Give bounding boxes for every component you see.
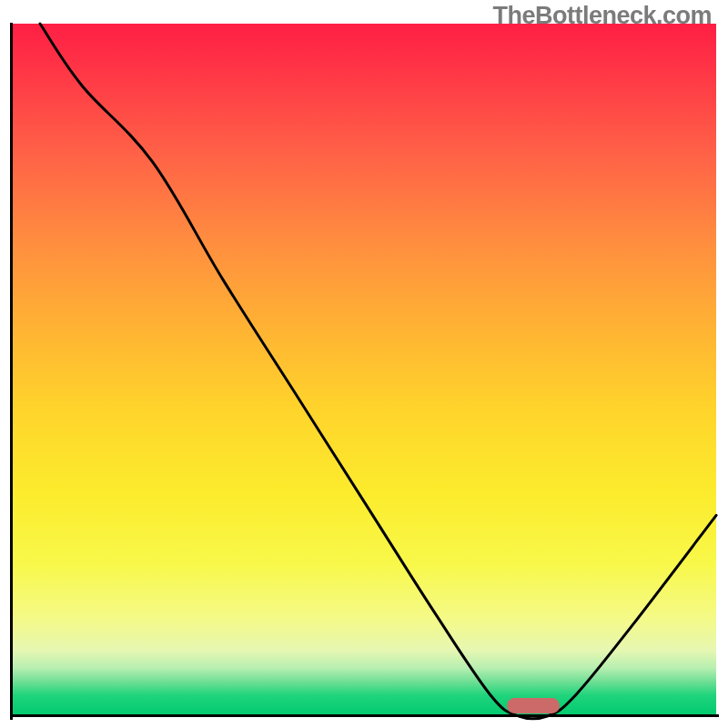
bottleneck-curve-path — [40, 24, 716, 719]
x-axis — [12, 714, 719, 717]
curve-layer — [12, 24, 716, 716]
y-axis — [10, 23, 13, 720]
bottleneck-chart: TheBottleneck.com — [0, 0, 728, 728]
optimal-marker — [507, 698, 560, 713]
plot-area — [12, 24, 716, 716]
